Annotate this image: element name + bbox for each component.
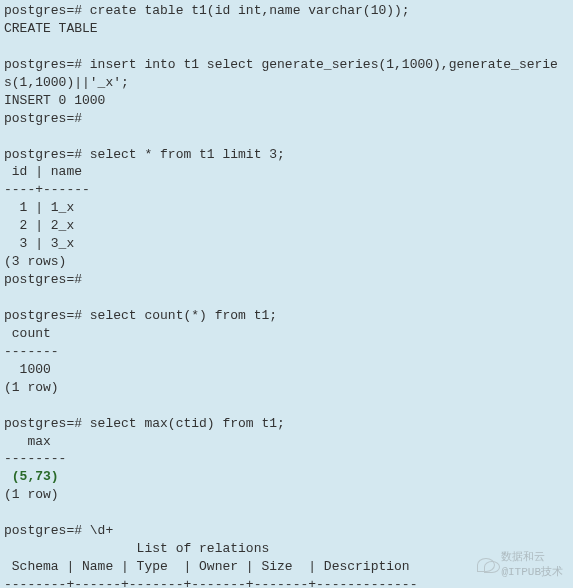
watermark: 数据和云 @ITPUB技术 <box>477 550 563 580</box>
terminal-line: INSERT 0 1000 <box>4 93 105 108</box>
terminal-line: (1 row) <box>4 487 59 502</box>
terminal-line: postgres=# select * from t1 limit 3; <box>4 147 285 162</box>
terminal-line: 2 | 2_x <box>4 218 74 233</box>
terminal-line: s(1,1000)||'_x'; <box>4 75 129 90</box>
terminal-line: postgres=# insert into t1 select generat… <box>4 57 558 72</box>
terminal-line: CREATE TABLE <box>4 21 98 36</box>
terminal-line: postgres=# <box>4 272 82 287</box>
terminal-line: ----+------ <box>4 182 90 197</box>
terminal-line: 3 | 3_x <box>4 236 74 251</box>
terminal-line: ------- <box>4 344 59 359</box>
terminal-line: (1 row) <box>4 380 59 395</box>
watermark-sub: @ITPUB技术 <box>501 566 563 578</box>
terminal-line: List of relations <box>4 541 269 556</box>
terminal-line: 1000 <box>4 362 51 377</box>
terminal-line: postgres=# \d+ <box>4 523 113 538</box>
terminal-line: count <box>4 326 51 341</box>
terminal-line: --------+------+-------+-------+-------+… <box>4 577 417 588</box>
terminal-line: postgres=# select count(*) from t1; <box>4 308 277 323</box>
terminal-line: (5,73) <box>4 469 59 484</box>
terminal-line: postgres=# create table t1(id int,name v… <box>4 3 410 18</box>
terminal-line: postgres=# select max(ctid) from t1; <box>4 416 285 431</box>
wechat-icon <box>477 558 495 572</box>
terminal-line: id | name <box>4 164 82 179</box>
terminal-line: 1 | 1_x <box>4 200 74 215</box>
terminal-line: max <box>4 434 51 449</box>
terminal-line: (3 rows) <box>4 254 66 269</box>
terminal-line: -------- <box>4 451 66 466</box>
terminal-output: postgres=# create table t1(id int,name v… <box>4 2 569 588</box>
terminal-line: Schema | Name | Type | Owner | Size | De… <box>4 559 410 574</box>
watermark-label: 数据和云 <box>501 551 545 563</box>
terminal-line: postgres=# <box>4 111 82 126</box>
